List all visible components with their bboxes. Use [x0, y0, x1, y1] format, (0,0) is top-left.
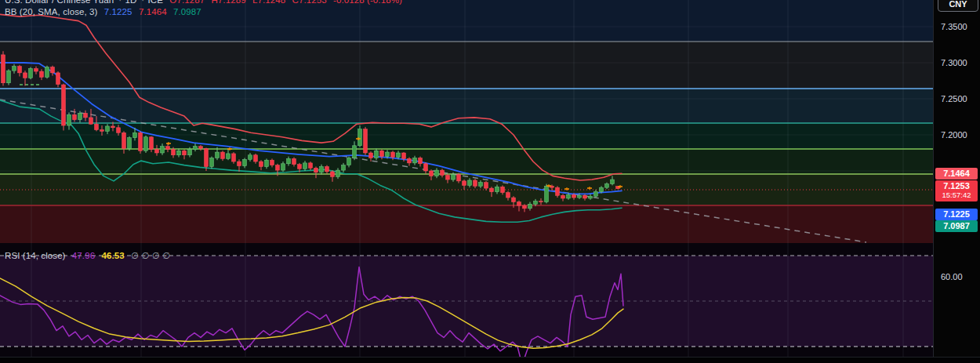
symbol-legend[interactable]: U.S. Dollar / Chinese Yuan· 1D· ICE O7.1…	[5, 0, 406, 5]
ohlc-change: -0.0128 (-0.18%)	[333, 0, 402, 5]
price-tick: 7.3500	[941, 22, 967, 31]
price-label: 7.125315:57:42	[935, 180, 978, 201]
price-label: 7.1225	[935, 209, 978, 220]
rsi-hidden-values: ∅ ∅ ∅ ∅	[131, 251, 170, 260]
symbol-interval[interactable]: 1D	[125, 0, 136, 5]
rsi-value: 47.96	[72, 251, 95, 260]
ohlc-low: L7.1248	[252, 0, 285, 5]
symbol-exchange: ICE	[148, 0, 163, 5]
chart-canvas[interactable]	[0, 0, 980, 363]
price-tick: 7.3000	[941, 58, 967, 67]
price-label: 7.0987	[935, 220, 978, 232]
bb-label: BB (20, SMA, close, 3)	[5, 7, 98, 16]
price-label: 7.1464	[935, 168, 978, 180]
rsi-legend[interactable]: RSI (14, close) 47.96 46.53 ∅ ∅ ∅ ∅	[5, 250, 174, 261]
ohlc-open: O7.1287	[169, 0, 205, 5]
price-axis[interactable]: 7.35007.30007.25007.200060.007.14647.125…	[933, 0, 980, 363]
bb-upper-value: 7.1464	[139, 7, 167, 16]
symbol-title: U.S. Dollar / Chinese Yuan	[5, 0, 114, 5]
rsi-ma-value: 46.53	[101, 251, 124, 260]
rsi-tick: 60.00	[941, 272, 963, 281]
price-tick: 7.2000	[941, 130, 967, 140]
ohlc-close: C7.1253	[292, 0, 327, 5]
chart-window: U.S. Dollar / Chinese Yuan· 1D· ICE O7.1…	[0, 0, 980, 363]
rsi-label: RSI (14, close)	[5, 251, 66, 260]
time-axis[interactable]	[0, 357, 980, 363]
bb-legend[interactable]: BB (20, SMA, close, 3) 7.1225 7.1464 7.0…	[5, 7, 205, 16]
ohlc-high: H7.1289	[211, 0, 245, 5]
currency-toggle-button[interactable]: CNY	[938, 0, 978, 12]
price-tick: 7.2500	[941, 94, 967, 103]
bb-lower-value: 7.0987	[173, 7, 201, 16]
bb-basis-value: 7.1225	[104, 7, 132, 16]
